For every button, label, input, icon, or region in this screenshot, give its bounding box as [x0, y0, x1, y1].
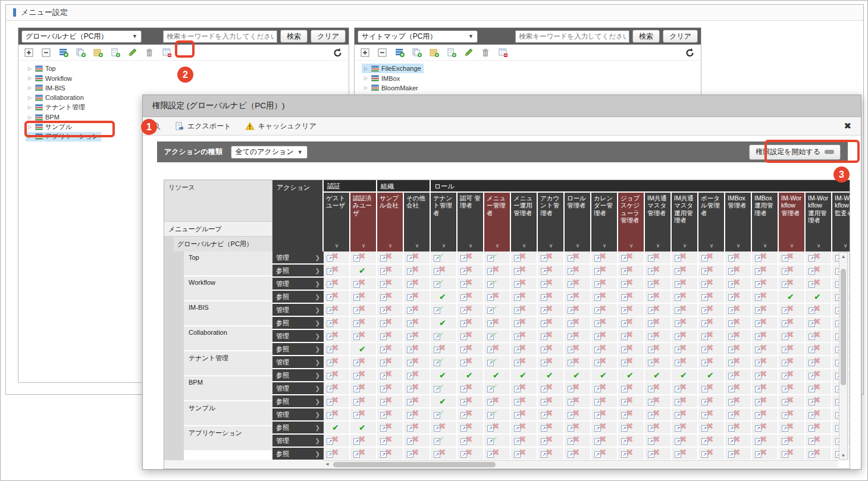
- action-cell[interactable]: 参照❯: [272, 265, 324, 276]
- permission-cell-inherited-deny[interactable]: ↗✖: [618, 265, 645, 278]
- tree-item[interactable]: ▷Collaboration: [26, 93, 86, 102]
- permission-cell-allow[interactable]: ✔: [698, 369, 725, 382]
- permission-cell-inherited-deny[interactable]: ↗✖: [350, 382, 377, 395]
- action-cell[interactable]: 参照❯: [272, 395, 324, 407]
- permission-cell-inherited-deny[interactable]: ↗✖: [672, 448, 698, 461]
- permission-cell-inherited-deny[interactable]: ↗✖: [806, 251, 832, 265]
- permission-cell-inherited-deny[interactable]: ↗✖: [591, 330, 618, 343]
- permission-cell-inherited-deny[interactable]: ↗✖: [377, 382, 404, 395]
- permission-cell-inherited-deny[interactable]: ↗✖: [618, 330, 645, 343]
- permission-cell-inherited-allow[interactable]: ↗✔: [484, 356, 511, 369]
- column-menu-chevron-icon[interactable]: ∨: [380, 243, 401, 250]
- permission-cell-inherited-deny[interactable]: ↗✖: [538, 330, 565, 343]
- menu-type-select[interactable]: サイトマップ（PC用） ▼: [358, 30, 478, 43]
- delete-icon[interactable]: [145, 48, 155, 57]
- permission-cell-inherited-deny[interactable]: ↗✖: [484, 265, 511, 278]
- export-button[interactable]: エクスポート: [175, 121, 231, 131]
- permission-cell-allow[interactable]: ✔: [350, 265, 377, 278]
- permission-cell-inherited-deny[interactable]: ↗✖: [377, 343, 404, 356]
- tree-item[interactable]: ▷Workflow: [26, 73, 74, 83]
- permission-cell-inherited-deny[interactable]: ↗✖: [538, 395, 565, 408]
- tree-item[interactable]: ▷FileExchange: [362, 64, 424, 73]
- permission-cell-inherited-deny[interactable]: ↗✖: [538, 408, 565, 422]
- action-cell[interactable]: 管理❯: [272, 304, 324, 316]
- permission-cell-inherited-deny[interactable]: ↗✖: [538, 317, 565, 330]
- permission-cell-allow[interactable]: ✔: [431, 369, 457, 382]
- permission-cell-inherited-deny[interactable]: ↗✖: [538, 356, 565, 369]
- permission-cell-inherited-deny[interactable]: ↗✖: [404, 343, 431, 356]
- permission-cell-inherited-deny[interactable]: ↗✖: [350, 251, 377, 265]
- permission-cell-inherited-deny[interactable]: ↗✖: [377, 395, 404, 408]
- permission-cell-inherited-deny[interactable]: ↗✖: [725, 251, 752, 265]
- permission-cell-inherited-deny[interactable]: ↗✖: [779, 343, 806, 356]
- column-menu-chevron-icon[interactable]: ∨: [728, 243, 749, 250]
- permission-cell-inherited-deny[interactable]: ↗✖: [672, 291, 698, 304]
- column-menu-chevron-icon[interactable]: ∨: [353, 243, 374, 250]
- permission-cell-inherited-deny[interactable]: ↗✖: [377, 304, 404, 317]
- add-folder-icon[interactable]: [430, 48, 439, 57]
- permission-cell-inherited-deny[interactable]: ↗✖: [350, 356, 377, 369]
- permission-cell-inherited-deny[interactable]: ↗✖: [404, 369, 431, 382]
- permission-cell-inherited-deny[interactable]: ↗✖: [404, 304, 431, 317]
- edit-icon[interactable]: [128, 48, 137, 57]
- permission-cell-inherited-deny[interactable]: ↗✖: [538, 382, 565, 395]
- permission-cell-inherited-allow[interactable]: ↗✔: [431, 278, 457, 291]
- permission-cell-inherited-deny[interactable]: ↗✖: [752, 448, 779, 461]
- permission-cell-inherited-deny[interactable]: ↗✖: [779, 356, 806, 369]
- permission-cell-inherited-deny[interactable]: ↗✖: [752, 369, 779, 382]
- permission-cell-inherited-deny[interactable]: ↗✖: [672, 251, 698, 265]
- permission-cell-inherited-allow[interactable]: ↗✔: [484, 304, 511, 317]
- action-cell[interactable]: 参照❯: [272, 317, 324, 329]
- permission-cell-inherited-deny[interactable]: ↗✖: [457, 330, 484, 343]
- permission-cell-inherited-deny[interactable]: ↗✖: [324, 343, 350, 356]
- permission-cell-inherited-deny[interactable]: ↗✖: [779, 304, 806, 317]
- action-cell[interactable]: 参照❯: [272, 448, 324, 460]
- permission-cell-inherited-deny[interactable]: ↗✖: [725, 435, 752, 448]
- permission-cell-inherited-deny[interactable]: ↗✖: [404, 251, 431, 265]
- permission-cell-inherited-deny[interactable]: ↗✖: [752, 395, 779, 408]
- permission-cell-inherited-deny[interactable]: ↗✖: [324, 448, 350, 461]
- permission-cell-inherited-deny[interactable]: ↗✖: [324, 435, 350, 448]
- refresh-icon[interactable]: [685, 48, 695, 57]
- permission-cell-inherited-deny[interactable]: ↗✖: [538, 304, 565, 317]
- permission-cell-inherited-deny[interactable]: ↗✖: [698, 395, 725, 408]
- permission-cell-inherited-deny[interactable]: ↗✖: [752, 343, 779, 356]
- action-cell[interactable]: 管理❯: [272, 356, 324, 368]
- permission-cell-inherited-deny[interactable]: ↗✖: [725, 330, 752, 343]
- tree-item[interactable]: ▷テナント管理: [26, 103, 87, 112]
- column-menu-chevron-icon[interactable]: ∨: [540, 243, 562, 250]
- action-cell[interactable]: 参照❯: [272, 422, 324, 433]
- permission-cell-inherited-deny[interactable]: ↗✖: [565, 395, 591, 408]
- permission-cell-allow[interactable]: ✔: [431, 317, 457, 330]
- collapse-all-icon[interactable]: [42, 48, 51, 57]
- permission-cell-inherited-deny[interactable]: ↗✖: [565, 278, 591, 291]
- permission-cell-inherited-deny[interactable]: ↗✖: [779, 395, 806, 408]
- permission-cell-inherited-deny[interactable]: ↗✖: [591, 435, 618, 448]
- permission-cell-inherited-deny[interactable]: ↗✖: [752, 408, 779, 422]
- permission-cell-inherited-deny[interactable]: ↗✖: [725, 422, 752, 435]
- column-menu-chevron-icon[interactable]: ∨: [433, 243, 455, 250]
- permission-cell-allow[interactable]: ✔: [457, 369, 484, 382]
- permission-cell-inherited-deny[interactable]: ↗✖: [645, 356, 672, 369]
- permission-cell-inherited-deny[interactable]: ↗✖: [672, 278, 698, 291]
- permission-cell-inherited-deny[interactable]: ↗✖: [806, 382, 832, 395]
- permission-cell-inherited-deny[interactable]: ↗✖: [645, 330, 672, 343]
- permission-cell-inherited-deny[interactable]: ↗✖: [806, 317, 832, 330]
- permission-cell-inherited-deny[interactable]: ↗✖: [698, 408, 725, 422]
- expand-all-icon[interactable]: [361, 48, 370, 57]
- permission-cell-inherited-deny[interactable]: ↗✖: [779, 278, 806, 291]
- permission-cell-inherited-deny[interactable]: ↗✖: [618, 317, 645, 330]
- permission-cell-inherited-deny[interactable]: ↗✖: [324, 265, 350, 278]
- permission-cell-inherited-deny[interactable]: ↗✖: [698, 291, 725, 304]
- permission-cell-inherited-deny[interactable]: ↗✖: [511, 265, 538, 278]
- permission-cell-inherited-deny[interactable]: ↗✖: [672, 382, 698, 395]
- permission-cell-inherited-deny[interactable]: ↗✖: [565, 448, 591, 461]
- permission-cell-inherited-deny[interactable]: ↗✖: [324, 330, 350, 343]
- expander-icon[interactable]: ▷: [28, 115, 33, 120]
- permission-cell-inherited-deny[interactable]: ↗✖: [377, 251, 404, 265]
- permission-cell-allow[interactable]: ✔: [779, 291, 806, 304]
- permission-cell-inherited-deny[interactable]: ↗✖: [672, 317, 698, 330]
- permission-cell-inherited-deny[interactable]: ↗✖: [618, 304, 645, 317]
- permission-cell-inherited-deny[interactable]: ↗✖: [511, 422, 538, 435]
- permission-cell-inherited-deny[interactable]: ↗✖: [645, 317, 672, 330]
